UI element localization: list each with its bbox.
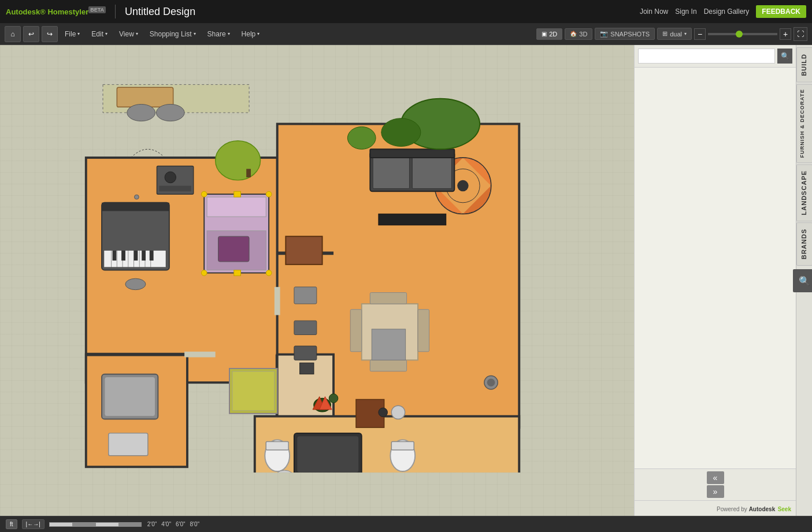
share-menu[interactable]: Share: [203, 28, 235, 40]
collapse-down-button[interactable]: »: [707, 485, 724, 498]
search-input[interactable]: [638, 49, 775, 64]
svg-point-68: [379, 408, 388, 417]
svg-point-54: [165, 172, 176, 183]
seek-text: Seek: [778, 506, 791, 512]
panel-content: [635, 68, 796, 468]
svg-rect-87: [275, 287, 280, 315]
3d-icon: 🏠: [570, 31, 577, 37]
scale-seg-1: [49, 522, 72, 527]
svg-rect-80: [297, 436, 359, 473]
svg-rect-76: [266, 441, 288, 450]
view-3d-button[interactable]: 🏠 3D: [565, 28, 592, 40]
svg-point-34: [201, 191, 207, 197]
scale-seg-2: [72, 522, 95, 527]
svg-rect-62: [370, 293, 406, 304]
svg-point-46: [381, 118, 421, 147]
zoom-out-button[interactable]: −: [694, 28, 706, 40]
shopping-list-menu[interactable]: Shopping List: [145, 28, 201, 40]
svg-rect-28: [150, 251, 154, 261]
furnish-tab[interactable]: FURNISH & DECORATE: [796, 84, 813, 163]
zoom-in-button[interactable]: +: [780, 28, 791, 40]
svg-rect-43: [370, 149, 454, 158]
2d-icon: ▣: [542, 31, 547, 37]
svg-point-83: [329, 394, 338, 403]
collapse-up-button[interactable]: «: [707, 471, 724, 484]
svg-point-36: [201, 270, 207, 276]
svg-rect-64: [350, 310, 361, 352]
svg-rect-55: [159, 186, 191, 192]
canvas[interactable]: [0, 45, 634, 516]
sidebar-search-icon-button[interactable]: 🔍: [793, 269, 813, 292]
right-panel: 🔍 « » Powered by Autodesk Seek: [634, 45, 796, 516]
right-side: 🔍 « » Powered by Autodesk Seek BUILD FUR…: [634, 45, 812, 516]
topbar-divider: [115, 5, 116, 18]
build-tab[interactable]: BUILD: [796, 47, 813, 83]
measure-button[interactable]: |←→|: [22, 519, 45, 529]
svg-rect-44: [379, 214, 446, 225]
svg-rect-56: [286, 236, 322, 265]
unit-button[interactable]: ft: [6, 519, 17, 529]
svg-point-52: [156, 104, 184, 121]
brands-tab[interactable]: BRANDS: [796, 222, 813, 266]
join-now-link[interactable]: Join Now: [640, 8, 668, 16]
furnish-tab-label: FURNISH & DECORATE: [799, 89, 805, 158]
design-gallery-link[interactable]: Design Gallery: [704, 8, 750, 16]
svg-rect-63: [370, 360, 406, 371]
search-button[interactable]: 🔍: [777, 49, 792, 64]
sidebar-tabs-column: BUILD FURNISH & DECORATE LANDSCAPE BRAND…: [796, 45, 812, 516]
collapse-controls: « »: [635, 468, 796, 500]
redo-button[interactable]: ↪: [42, 26, 58, 42]
dual-icon: ⊞: [662, 30, 668, 38]
feedback-button[interactable]: FEEDBACK: [756, 5, 806, 18]
dual-button[interactable]: ⊞ dual: [657, 28, 692, 40]
svg-point-51: [127, 104, 155, 121]
sign-in-link[interactable]: Sign In: [675, 8, 696, 16]
zoom-thumb[interactable]: [736, 31, 743, 38]
svg-rect-59: [294, 346, 317, 360]
svg-rect-66: [372, 329, 405, 360]
svg-rect-42: [412, 155, 451, 188]
file-menu[interactable]: File: [60, 28, 84, 40]
3d-label: 3D: [579, 31, 587, 38]
svg-point-11: [457, 180, 468, 191]
svg-rect-50: [117, 87, 173, 107]
scale-label-2: 6'0": [176, 521, 186, 527]
svg-rect-71: [105, 377, 155, 416]
undo-button[interactable]: ↩: [23, 26, 39, 42]
svg-rect-33: [218, 236, 250, 262]
svg-rect-39: [234, 270, 241, 276]
toolbar: ⌂ ↩ ↪ File Edit View Shopping List Share…: [0, 23, 812, 45]
main-area: 🔍 « » Powered by Autodesk Seek BUILD FUR…: [0, 45, 812, 516]
design-title: Untitled Design: [125, 6, 195, 18]
svg-point-85: [487, 378, 495, 386]
scale-segments: [49, 522, 142, 527]
fullscreen-button[interactable]: ⛶: [794, 27, 807, 41]
scale-bar: [49, 522, 142, 527]
scale-seg-4: [118, 522, 142, 527]
2d-label: 2D: [549, 31, 557, 38]
svg-rect-72: [109, 433, 148, 456]
svg-rect-25: [121, 251, 125, 261]
svg-rect-65: [418, 310, 429, 352]
edit-menu[interactable]: Edit: [87, 28, 112, 40]
help-menu[interactable]: Help: [237, 28, 265, 40]
svg-rect-57: [294, 287, 317, 304]
svg-rect-88: [184, 352, 216, 358]
snapshots-label: SNAPSHOTS: [610, 31, 650, 38]
view-2d-button[interactable]: ▣ 2D: [536, 28, 562, 40]
dual-label: dual: [670, 31, 682, 38]
landscape-tab[interactable]: LANDSCAPE: [796, 164, 813, 221]
topbar: Autodesk® HomestylerBETA Untitled Design…: [0, 0, 812, 23]
svg-rect-26: [134, 251, 138, 261]
scale-label-0: 2'0": [147, 521, 157, 527]
home-button[interactable]: ⌂: [5, 26, 21, 42]
floorplan[interactable]: [17, 51, 526, 473]
snapshots-button[interactable]: 📷 SNAPSHOTS: [595, 28, 655, 40]
svg-rect-14: [102, 203, 169, 211]
svg-point-35: [266, 191, 272, 197]
view-menu[interactable]: View: [114, 28, 143, 40]
svg-point-48: [216, 141, 261, 180]
zoom-slider[interactable]: [708, 33, 777, 35]
svg-rect-31: [207, 197, 266, 217]
svg-rect-74: [232, 371, 275, 411]
